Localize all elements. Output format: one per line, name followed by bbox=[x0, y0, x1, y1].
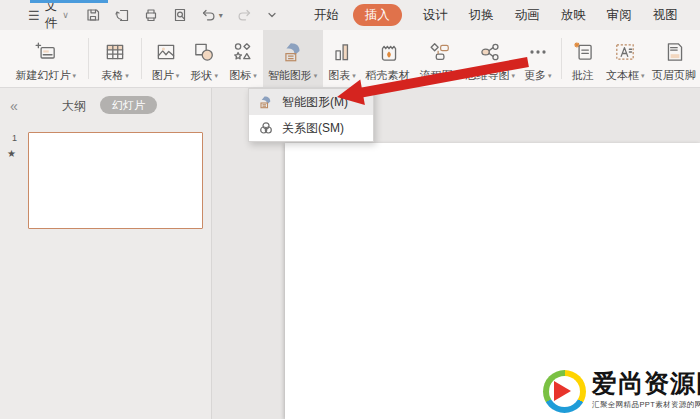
tab-review[interactable]: 审阅 bbox=[607, 7, 632, 24]
ribbon-label: 思维导图▾ bbox=[466, 68, 516, 83]
tab-design[interactable]: 设计 bbox=[423, 7, 448, 24]
docer-material-icon bbox=[377, 38, 401, 66]
ribbon-label: 流程图▾ bbox=[420, 68, 459, 83]
tab-view[interactable]: 视图 bbox=[653, 7, 678, 24]
tab-insert[interactable]: 插入 bbox=[353, 4, 402, 26]
picture-button[interactable]: 图片▾ bbox=[146, 30, 185, 87]
redo-icon bbox=[236, 7, 252, 23]
undo-caret-icon: ▾ bbox=[219, 11, 223, 20]
flowchart-button[interactable]: 流程图▾ bbox=[416, 30, 463, 87]
slide-panel: « 大纲 幻灯片 1 ★ bbox=[0, 88, 212, 419]
new-slide-button[interactable]: 新建幻灯片▾ bbox=[8, 30, 84, 87]
smart-graphics-icon bbox=[281, 38, 305, 66]
textbox-icon bbox=[613, 38, 637, 66]
icons-icon bbox=[231, 38, 255, 66]
menu-item-relationship-diagram[interactable]: 关系图(SM) bbox=[249, 115, 373, 141]
ribbon-tabs: 开始 插入 设计 切换 动画 放映 审阅 视图 开发工具 会员专享 bbox=[293, 4, 700, 26]
shapes-button[interactable]: 形状▾ bbox=[185, 30, 224, 87]
picture-icon bbox=[154, 38, 178, 66]
table-button[interactable]: 表格▾ bbox=[93, 30, 138, 87]
ribbon-label: 形状▾ bbox=[191, 68, 219, 83]
title-menu-bar: ☰ 文件 ∨ bbox=[0, 0, 700, 30]
menu-item-label: 智能图形(M) bbox=[282, 94, 348, 111]
icons-button[interactable]: 图标▾ bbox=[224, 30, 263, 87]
watermark-logo: 爱尚资源网 汇聚全网精品PPT素材资源的网站 bbox=[543, 370, 700, 418]
ribbon-label: 图表▾ bbox=[328, 68, 356, 83]
ribbon-label: 表格▾ bbox=[101, 68, 129, 83]
ribbon-label: 稻壳素材 bbox=[366, 68, 412, 83]
smart-graphics-dropdown: 智能图形(M) 关系图(SM) bbox=[248, 88, 374, 142]
tab-animation[interactable]: 动画 bbox=[515, 7, 540, 24]
separator bbox=[561, 38, 562, 79]
flowchart-icon bbox=[427, 38, 451, 66]
tab-transition[interactable]: 切换 bbox=[469, 7, 494, 24]
ribbon-label: 页眉页脚 bbox=[652, 68, 698, 83]
mindmap-button[interactable]: 思维导图▾ bbox=[462, 30, 518, 87]
document-tab-accent bbox=[30, 0, 108, 3]
print-button[interactable] bbox=[143, 7, 159, 23]
undo-icon bbox=[201, 7, 217, 23]
menu-item-label: 关系图(SM) bbox=[282, 120, 344, 137]
separator bbox=[141, 38, 142, 79]
export-button[interactable] bbox=[114, 7, 130, 23]
file-menu-button[interactable]: ☰ 文件 ∨ bbox=[28, 0, 69, 32]
print-icon bbox=[143, 7, 159, 23]
chart-icon bbox=[330, 38, 354, 66]
ribbon-label: 图标▾ bbox=[229, 68, 257, 83]
comment-button[interactable]: 批注 bbox=[566, 30, 601, 87]
slide-number: 1 bbox=[12, 133, 17, 143]
tab-outline[interactable]: 大纲 bbox=[62, 96, 86, 116]
play-logo-icon bbox=[543, 370, 586, 413]
file-menu-label: 文件 bbox=[45, 0, 58, 32]
ribbon-label: 文本框▾ bbox=[606, 68, 645, 83]
new-slide-icon bbox=[34, 38, 58, 66]
slide-thumbnail[interactable] bbox=[28, 132, 203, 229]
header-footer-icon bbox=[663, 38, 687, 66]
tab-slides[interactable]: 幻灯片 bbox=[100, 96, 157, 114]
wps-presentation-window: ☰ 文件 ∨ bbox=[0, 0, 700, 419]
smart-graphics-menu-icon bbox=[258, 94, 274, 110]
smart-graphics-button[interactable]: 智能图形▾ bbox=[263, 30, 323, 87]
ribbon-label: 更多▾ bbox=[524, 68, 552, 83]
more-button[interactable]: 更多▾ bbox=[518, 30, 557, 87]
print-preview-icon bbox=[172, 7, 188, 23]
print-preview-button[interactable] bbox=[172, 7, 188, 23]
ribbon-label: 智能图形▾ bbox=[268, 68, 318, 83]
relationship-diagram-menu-icon bbox=[258, 120, 274, 136]
export-icon bbox=[114, 7, 130, 23]
comment-icon bbox=[572, 38, 596, 66]
star-icon: ★ bbox=[7, 148, 16, 159]
menu-item-smart-graphics[interactable]: 智能图形(M) bbox=[249, 89, 373, 115]
save-button[interactable] bbox=[85, 7, 101, 23]
chevron-down-icon bbox=[265, 8, 279, 22]
undo-button[interactable]: ▾ bbox=[201, 7, 223, 23]
ribbon-label: 新建幻灯片▾ bbox=[16, 68, 77, 83]
slide-panel-header: « 大纲 幻灯片 bbox=[0, 96, 211, 116]
quick-access-toolbar: ▾ bbox=[85, 7, 279, 23]
ribbon-label: 批注 bbox=[572, 68, 596, 83]
watermark-subtitle: 汇聚全网精品PPT素材资源的网站 bbox=[592, 400, 700, 410]
save-icon bbox=[85, 7, 101, 23]
table-icon bbox=[103, 38, 127, 66]
chevron-down-icon: ∨ bbox=[62, 10, 69, 20]
hamburger-icon: ☰ bbox=[28, 8, 40, 23]
mindmap-icon bbox=[478, 38, 502, 66]
redo-button[interactable] bbox=[236, 7, 252, 23]
ribbon-label: 图片▾ bbox=[152, 68, 180, 83]
ribbon-toolbar: 新建幻灯片▾ 表格▾ 图片▾ bbox=[0, 30, 700, 88]
shapes-icon bbox=[192, 38, 216, 66]
tab-slideshow[interactable]: 放映 bbox=[561, 7, 586, 24]
header-footer-button[interactable]: 页眉页脚 bbox=[650, 30, 700, 87]
customize-quick-access-button[interactable] bbox=[265, 8, 279, 22]
more-dots-icon bbox=[526, 38, 550, 66]
tab-home[interactable]: 开始 bbox=[314, 7, 339, 24]
watermark-title: 爱尚资源网 bbox=[592, 370, 700, 398]
chart-button[interactable]: 图表▾ bbox=[323, 30, 362, 87]
collapse-panel-button[interactable]: « bbox=[10, 96, 18, 116]
docer-material-button[interactable]: 稻壳素材 bbox=[361, 30, 415, 87]
separator bbox=[88, 38, 89, 79]
textbox-button[interactable]: 文本框▾ bbox=[601, 30, 649, 87]
